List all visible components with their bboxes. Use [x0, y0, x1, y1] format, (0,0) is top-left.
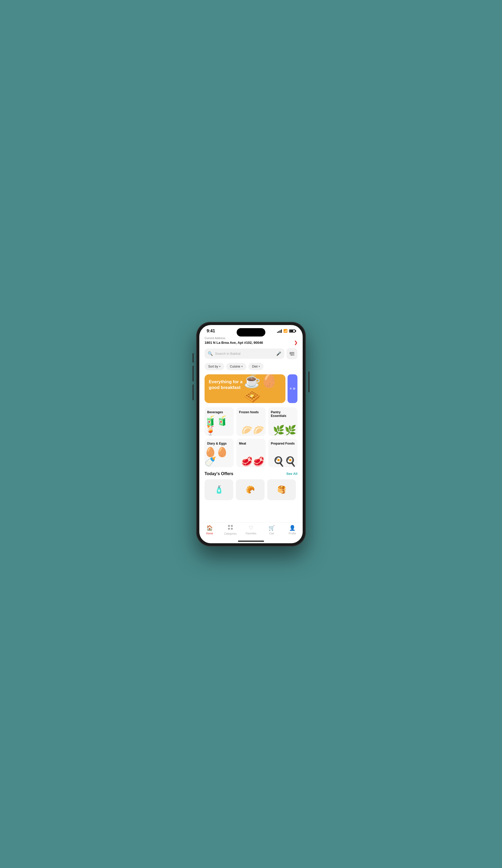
- categories-label: Categories: [224, 532, 237, 535]
- bottom-nav: 🏠 Home Categories ♡ Favorites: [199, 523, 303, 543]
- power-button: [308, 371, 310, 392]
- sort-by-label: Sort by: [208, 365, 218, 368]
- category-prepared[interactable]: Prepared Foods 🍳: [268, 438, 297, 467]
- nav-home[interactable]: 🏠 Home: [199, 525, 220, 535]
- screen-content: Current Address 1801 N La Brea Ave, Apt …: [199, 335, 303, 528]
- see-all-button[interactable]: See All: [286, 472, 297, 476]
- volume-silent-button: [192, 353, 194, 363]
- search-bar[interactable]: 🔍 Search in Bakkal 🎤: [205, 349, 284, 359]
- signal-icon: [277, 329, 282, 333]
- offer-card-2[interactable]: 🥐: [236, 479, 264, 500]
- address-row: 1801 N La Brea Ave, Apt #102, 90046 ❯: [205, 340, 297, 345]
- banner-side-text: Ro: [289, 388, 296, 390]
- offers-title: Today's Offers: [205, 472, 233, 476]
- phone-frame: 9:41 📶 Current Address 1801: [196, 322, 306, 546]
- diet-label: Diet: [252, 365, 258, 368]
- sort-by-chevron-icon: ▾: [219, 365, 220, 368]
- volume-up-button: [192, 366, 194, 381]
- svg-rect-9: [231, 528, 233, 530]
- category-frozen-icon: 🥟: [241, 425, 264, 435]
- offers-header: Today's Offers See All: [199, 472, 303, 479]
- category-beverages-label: Beverages: [207, 410, 223, 414]
- search-row: 🔍 Search in Bakkal 🎤: [199, 348, 303, 363]
- category-prepared-icon: 🍳: [273, 457, 296, 466]
- cuisine-chevron-icon: ▾: [241, 365, 243, 368]
- svg-point-4: [291, 354, 292, 355]
- nav-profile[interactable]: 👤 Profile: [282, 525, 303, 535]
- category-dairy[interactable]: Diary & Eggs 🥚🍼: [205, 438, 234, 467]
- address-text: 1801 N La Brea Ave, Apt #102, 90046: [205, 341, 263, 344]
- svg-point-3: [290, 353, 291, 354]
- address-chevron-icon[interactable]: ❯: [294, 340, 297, 345]
- breakfast-banner[interactable]: Everything for a good breakfast ☕🥚🧇: [205, 374, 285, 403]
- svg-rect-7: [231, 525, 233, 527]
- categories-grid: Beverages 🧃🍹 Frozen foods 🥟 Pantry Essen…: [199, 407, 303, 472]
- microphone-icon[interactable]: 🎤: [276, 351, 281, 356]
- wifi-icon: 📶: [283, 329, 287, 333]
- svg-rect-6: [228, 525, 230, 527]
- status-icons: 📶: [277, 329, 295, 333]
- home-icon: 🏠: [206, 525, 213, 531]
- categories-icon: [228, 525, 233, 531]
- home-label: Home: [206, 532, 213, 535]
- banner-side-card[interactable]: Ro: [287, 374, 297, 403]
- nav-categories[interactable]: Categories: [220, 525, 241, 535]
- offer-card-3[interactable]: 🥞: [267, 479, 296, 500]
- diet-chevron-icon: ▾: [259, 365, 260, 368]
- filter-button[interactable]: [286, 348, 297, 359]
- filter-chips: Sort by ▾ Cuisine ▾ Diet ▾: [199, 363, 303, 374]
- address-label: Current Address: [205, 337, 297, 340]
- favorites-label: Favorites: [245, 532, 256, 535]
- home-indicator: [238, 541, 264, 542]
- category-beverages-icon: 🧃🍹: [205, 416, 233, 435]
- status-time: 9:41: [207, 329, 215, 333]
- category-meat[interactable]: Meat 🥩: [237, 438, 265, 467]
- search-icon: 🔍: [208, 351, 213, 356]
- dynamic-island: [237, 328, 265, 337]
- banner-food-emoji: ☕🥚🧇: [244, 374, 286, 403]
- category-meat-label: Meat: [239, 442, 246, 445]
- category-dairy-icon: 🥚🍼: [205, 447, 233, 466]
- category-meat-icon: 🥩: [241, 457, 264, 466]
- category-frozen-label: Frozen foods: [239, 410, 259, 414]
- cuisine-label: Cuisine: [230, 365, 240, 368]
- category-dairy-label: Diary & Eggs: [207, 442, 227, 445]
- sort-by-chip[interactable]: Sort by ▾: [205, 363, 224, 370]
- offer-card-1[interactable]: 🧴: [205, 479, 233, 500]
- category-beverages[interactable]: Beverages 🧃🍹: [205, 407, 234, 436]
- cart-icon: 🛒: [269, 525, 275, 531]
- banner-row: Everything for a good breakfast ☕🥚🧇 Ro: [199, 374, 303, 407]
- diet-chip[interactable]: Diet ▾: [248, 363, 263, 370]
- battery-icon: [289, 329, 295, 333]
- search-placeholder[interactable]: Search in Bakkal: [215, 352, 274, 355]
- category-prepared-label: Prepared Foods: [271, 442, 295, 445]
- volume-down-button: [192, 384, 194, 400]
- cuisine-chip[interactable]: Cuisine ▾: [226, 363, 246, 370]
- category-pantry[interactable]: Pantry Essentials 🌿: [268, 407, 297, 436]
- category-pantry-label: Pantry Essentials: [271, 410, 295, 418]
- banner-text: Everything for a good breakfast: [209, 379, 249, 391]
- phone-screen: 9:41 📶 Current Address 1801: [199, 325, 303, 543]
- category-pantry-icon: 🌿: [273, 425, 296, 435]
- profile-icon: 👤: [289, 525, 296, 531]
- address-section: Current Address 1801 N La Brea Ave, Apt …: [199, 335, 303, 348]
- profile-label: Profile: [289, 532, 296, 535]
- offers-row: 🧴 🥐 🥞: [199, 479, 303, 505]
- nav-favorites[interactable]: ♡ Favorites: [241, 525, 261, 535]
- cart-label: Cart: [269, 532, 274, 535]
- svg-rect-8: [228, 528, 230, 530]
- nav-cart[interactable]: 🛒 Cart: [261, 525, 282, 535]
- category-frozen[interactable]: Frozen foods 🥟: [237, 407, 265, 436]
- favorites-icon: ♡: [249, 525, 253, 531]
